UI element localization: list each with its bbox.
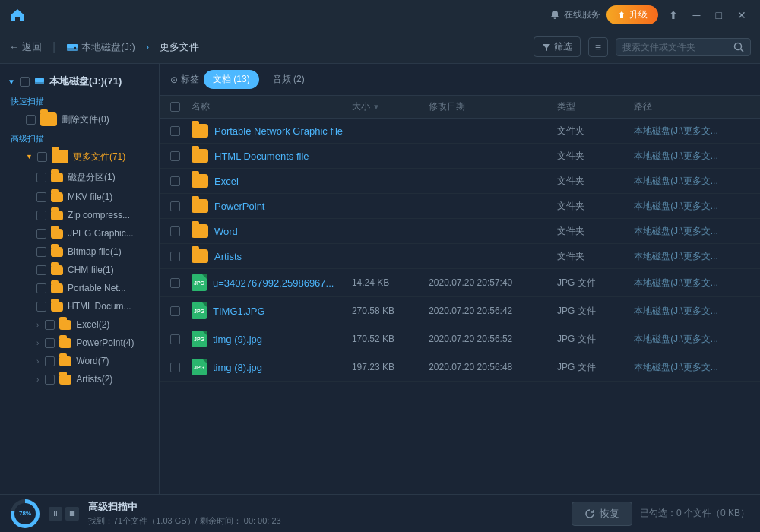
- checkbox-bitmap[interactable]: [36, 247, 46, 257]
- filter-button[interactable]: 筛选: [534, 36, 581, 57]
- folder-icon: [192, 174, 208, 188]
- table-row[interactable]: HTML Documents file 文件夹 本地磁盘(J:\更多文...: [160, 144, 760, 169]
- row-checkbox-8[interactable]: [170, 334, 192, 344]
- titlebar-left: [9, 7, 26, 24]
- folder-icon-9: [59, 338, 71, 348]
- search-input[interactable]: [622, 42, 729, 52]
- sidebar-item-mkv[interactable]: MKV file(1): [0, 188, 159, 206]
- breadcrumb-current-label: 更多文件: [160, 40, 199, 54]
- sidebar-item-png[interactable]: Portable Net...: [0, 279, 159, 297]
- online-service-label: 在线服务: [564, 8, 600, 21]
- more-files-expand-icon: ▼: [26, 153, 33, 160]
- checkbox-jpeg[interactable]: [36, 229, 46, 239]
- table-row[interactable]: Excel 文件夹 本地磁盘(J:\更多文...: [160, 169, 760, 194]
- upgrade-button[interactable]: 升级: [606, 5, 658, 24]
- checkbox-chm[interactable]: [36, 265, 46, 275]
- row-filename: Artists: [214, 251, 242, 262]
- sidebar-item-artists[interactable]: › Artists(2): [0, 370, 159, 388]
- root-checkbox[interactable]: [20, 77, 30, 87]
- menu-button[interactable]: ≡: [588, 37, 608, 57]
- checkbox-disk[interactable]: [36, 173, 46, 182]
- row-size-6: 14.24 KB: [352, 277, 429, 288]
- row-filename: PowerPoint: [214, 201, 264, 212]
- svg-rect-6: [35, 78, 44, 82]
- sidebar-item-excel[interactable]: › Excel(2): [0, 315, 159, 334]
- bell-icon: [549, 10, 560, 21]
- row-path-5: 本地磁盘(J:\更多文...: [634, 250, 749, 263]
- row-checkbox-0[interactable]: [170, 126, 192, 136]
- stop-button[interactable]: ⏹: [65, 507, 79, 521]
- table-row[interactable]: JPG u=3402767992,25986967... 14.24 KB 20…: [160, 269, 760, 297]
- online-service-button[interactable]: 在线服务: [549, 8, 600, 21]
- checkbox-word[interactable]: [45, 356, 55, 366]
- sidebar-item-chm[interactable]: CHM file(1): [0, 261, 159, 279]
- share-button[interactable]: ⬆: [664, 8, 682, 23]
- checkbox-png[interactable]: [36, 283, 46, 293]
- svg-point-2: [74, 46, 76, 48]
- row-checkbox-1[interactable]: [170, 151, 192, 161]
- row-checkbox-4[interactable]: [170, 226, 192, 236]
- sidebar-item-word[interactable]: › Word(7): [0, 352, 159, 370]
- select-all-checkbox[interactable]: [170, 102, 180, 112]
- sidebar-root-header[interactable]: ▼ 本地磁盘(J:)(71): [0, 70, 159, 93]
- row-filename: Word: [214, 226, 238, 237]
- row-checkbox-2[interactable]: [170, 176, 192, 186]
- table-row[interactable]: JPG timg (9).jpg 170.52 KB 2020.07.20 20…: [160, 325, 760, 353]
- close-button[interactable]: ✕: [733, 8, 751, 23]
- navbar: ← 返回 | 本地磁盘(J:) › 更多文件 筛选 ≡: [0, 30, 760, 64]
- checkbox-html[interactable]: [36, 302, 46, 312]
- row-checkbox-9[interactable]: [170, 363, 192, 372]
- search-icon[interactable]: [733, 42, 744, 52]
- sidebar-deleted-files[interactable]: 删除文件(0): [0, 109, 159, 130]
- minimize-button[interactable]: ─: [689, 8, 705, 23]
- deleted-checkbox[interactable]: [26, 115, 36, 125]
- row-size-8: 170.52 KB: [352, 334, 429, 344]
- table-row[interactable]: JPG timg (8).jpg 197.23 KB 2020.07.20 20…: [160, 353, 760, 382]
- restore-button[interactable]: 恢复: [572, 502, 632, 526]
- table-row[interactable]: Portable Network Graphic file 文件夹 本地磁盘(J…: [160, 119, 760, 144]
- breadcrumb-root[interactable]: 本地磁盘(J:): [66, 40, 135, 54]
- progress-circle: 78%: [11, 499, 40, 528]
- checkbox-excel[interactable]: [45, 320, 55, 330]
- table-row[interactable]: Artists 文件夹 本地磁盘(J:\更多文...: [160, 244, 760, 269]
- table-row[interactable]: Word 文件夹 本地磁盘(J:\更多文...: [160, 219, 760, 244]
- sidebar-item-zip[interactable]: Zip compress...: [0, 206, 159, 224]
- tab-audio[interactable]: 音频 (2): [264, 70, 314, 89]
- back-arrow-icon: ←: [9, 41, 19, 52]
- sidebar-item-html[interactable]: HTML Docum...: [0, 297, 159, 315]
- sidebar-item-jpeg[interactable]: JPEG Graphic...: [0, 224, 159, 242]
- sidebar-more-files[interactable]: ▼ 更多文件(71): [0, 146, 159, 167]
- checkbox-zip[interactable]: [36, 211, 46, 220]
- advanced-scan-label[interactable]: 高级扫描: [0, 130, 159, 146]
- row-type-5: 文件夹: [557, 250, 634, 263]
- restore-icon: [584, 508, 595, 519]
- pause-button[interactable]: ⏸: [49, 507, 62, 521]
- checkbox-artists[interactable]: [45, 375, 55, 385]
- sort-icon: ▼: [372, 103, 380, 111]
- checkbox-ppt[interactable]: [45, 338, 55, 348]
- table-row[interactable]: PowerPoint 文件夹 本地磁盘(J:\更多文...: [160, 194, 760, 219]
- quick-scan-label[interactable]: 快速扫描: [0, 93, 159, 109]
- sidebar-item-ppt[interactable]: › PowerPoint(4): [0, 334, 159, 352]
- home-icon[interactable]: [9, 7, 26, 24]
- th-type: 类型: [557, 100, 634, 113]
- row-checkbox-6[interactable]: [170, 278, 192, 288]
- th-size[interactable]: 大小 ▼: [352, 100, 429, 113]
- row-checkbox-3[interactable]: [170, 201, 192, 211]
- checkbox-mkv[interactable]: [36, 192, 46, 202]
- back-button[interactable]: ← 返回: [9, 40, 42, 54]
- sidebar-item-disk-partition[interactable]: 磁盘分区(1): [0, 167, 159, 188]
- nav-separator: |: [52, 40, 55, 54]
- sidebar-item-bitmap[interactable]: Bitmap file(1): [0, 242, 159, 261]
- row-name-7: JPG TIMG1.JPG: [192, 302, 352, 319]
- tab-documents[interactable]: 文档 (13): [204, 70, 259, 89]
- upgrade-label: 升级: [629, 8, 648, 21]
- row-checkbox-5[interactable]: [170, 252, 192, 261]
- more-files-folder-icon: [52, 150, 68, 163]
- row-checkbox-7[interactable]: [170, 306, 192, 316]
- row-type-1: 文件夹: [557, 150, 634, 163]
- maximize-button[interactable]: □: [711, 8, 727, 23]
- row-name-6: JPG u=3402767992,25986967...: [192, 274, 352, 291]
- more-files-checkbox[interactable]: [37, 152, 47, 162]
- table-row[interactable]: JPG TIMG1.JPG 270.58 KB 2020.07.20 20:56…: [160, 297, 760, 325]
